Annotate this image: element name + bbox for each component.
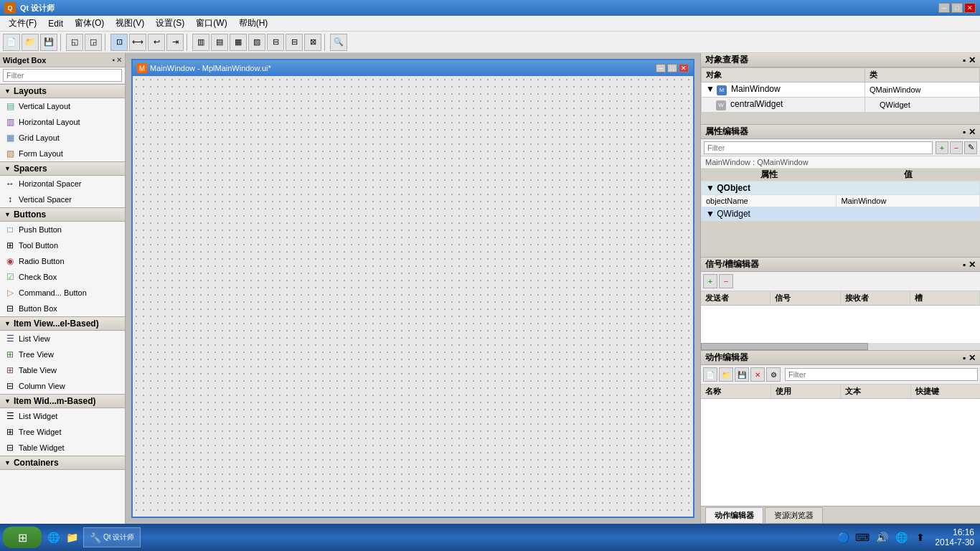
object-inspector-close-btn[interactable]: ✕ <box>969 55 976 65</box>
redo-button[interactable]: ◲ <box>85 34 102 51</box>
action-filter-input[interactable] <box>785 368 978 381</box>
menu-view[interactable]: 视图(V) <box>110 16 150 31</box>
object-inspector-float-btn[interactable]: ▪ <box>963 55 966 65</box>
taskbar-item-qt[interactable]: 🔧 Qt 设计师 <box>83 527 141 547</box>
minimize-button[interactable]: ─ <box>938 3 950 13</box>
designer-canvas[interactable] <box>133 76 693 517</box>
signal-slot-btn[interactable]: ⟷ <box>129 34 146 51</box>
tab-order-btn[interactable]: ⇥ <box>166 34 184 51</box>
menu-window[interactable]: 窗口(W) <box>190 16 232 31</box>
layout-f-btn[interactable]: ▧ <box>248 34 265 51</box>
item-table-widget[interactable]: ⊟ Table Widget <box>0 440 125 456</box>
start-button[interactable]: ⊞ <box>3 527 42 548</box>
item-list-view[interactable]: ☰ List View <box>0 331 125 347</box>
signal-slot-scrollbar[interactable] <box>701 343 980 350</box>
layout-g-btn[interactable]: ▦ <box>230 34 247 51</box>
category-item-view[interactable]: ▼ Item View...el-Based) <box>0 316 125 331</box>
layout-break-btn[interactable]: ⊠ <box>304 34 321 51</box>
ae-delete-btn[interactable]: ✕ <box>750 367 765 382</box>
item-button-box[interactable]: ⊟ Button Box <box>0 301 125 316</box>
obj-row-centralwidget[interactable]: W centralWidget QWidget <box>702 98 980 113</box>
tray-icon-5[interactable]: ⬆ <box>913 530 928 545</box>
taskbar-icon-folder[interactable]: 📁 <box>65 530 79 545</box>
ae-open-btn[interactable]: 📁 <box>719 367 733 382</box>
item-command-button[interactable]: ▷ Command... Button <box>0 285 125 301</box>
close-button[interactable]: ✕ <box>964 3 976 13</box>
tray-icon-1[interactable]: 🔵 <box>836 530 850 545</box>
action-editor-float-btn[interactable]: ▪ <box>963 353 966 363</box>
obj-row-mainwindow[interactable]: ▼ M MainWindow QMainWindow <box>702 83 980 98</box>
maximize-button[interactable]: □ <box>951 3 963 13</box>
property-editor-close-btn[interactable]: ✕ <box>969 127 976 137</box>
menu-file[interactable]: 文件(F) <box>3 16 42 31</box>
widget-filter-input[interactable] <box>3 69 122 82</box>
property-editor-float-btn[interactable]: ▪ <box>963 127 966 137</box>
item-tree-widget[interactable]: ⊞ Tree Widget <box>0 424 125 440</box>
widget-box-close-btn[interactable]: ✕ <box>116 56 122 64</box>
ss-remove-btn[interactable]: − <box>719 274 733 288</box>
designer-minimize-btn[interactable]: ─ <box>656 64 666 72</box>
new-button[interactable]: 📄 <box>3 34 20 51</box>
item-vertical-layout[interactable]: ▤ Vertical Layout <box>0 98 125 114</box>
system-tray: 🔵 ⌨ 🔊 🌐 ⬆ <box>834 530 929 545</box>
menu-edit[interactable]: Edit <box>42 17 69 30</box>
category-buttons[interactable]: ▼ Buttons <box>0 207 125 222</box>
widget-box-header-btns: ▪ ✕ <box>112 56 122 64</box>
category-item-widget[interactable]: ▼ Item Wid...m-Based) <box>0 394 125 408</box>
tray-icon-2[interactable]: ⌨ <box>855 530 870 545</box>
taskbar-icon-browser[interactable]: 🌐 <box>46 530 60 545</box>
ae-new-btn[interactable]: 📄 <box>703 367 717 382</box>
tab-action-editor[interactable]: 动作编辑器 <box>705 507 763 523</box>
layout-v-btn[interactable]: ▤ <box>211 34 228 51</box>
form-layout-icon: ▧ <box>4 148 16 159</box>
save-button[interactable]: 💾 <box>40 34 57 51</box>
buddy-btn[interactable]: ↩ <box>148 34 165 51</box>
undo-button[interactable]: ◱ <box>66 34 83 51</box>
quick-launch: 🌐 📁 <box>44 530 80 545</box>
item-check-box[interactable]: ☑ Check Box <box>0 269 125 285</box>
category-containers[interactable]: ▼ Containers <box>0 456 125 470</box>
menu-settings[interactable]: 设置(S) <box>150 16 190 31</box>
prop-add-btn[interactable]: + <box>936 141 948 154</box>
action-editor-close-btn[interactable]: ✕ <box>969 353 976 363</box>
widget-box-float-btn[interactable]: ▪ <box>112 56 115 64</box>
layout-split-v-btn[interactable]: ⊟ <box>286 34 303 51</box>
item-vertical-spacer[interactable]: ↕ Vertical Spacer <box>0 192 125 207</box>
menu-form[interactable]: 窗体(O) <box>69 16 110 31</box>
prop-objectname-value[interactable]: MainWindow <box>837 195 980 207</box>
widget-editor-btn[interactable]: ⊡ <box>110 34 128 51</box>
tray-icon-3[interactable]: 🔊 <box>875 530 889 545</box>
item-radio-button[interactable]: ◉ Radio Button <box>0 253 125 269</box>
ae-configure-btn[interactable]: ⚙ <box>766 367 781 382</box>
category-spacers[interactable]: ▼ Spacers <box>0 161 125 176</box>
designer-close-btn[interactable]: ✕ <box>679 64 689 72</box>
ae-save-btn[interactable]: 💾 <box>735 367 749 382</box>
signal-slot-float-btn[interactable]: ▪ <box>963 260 966 270</box>
tray-icon-4[interactable]: 🌐 <box>894 530 908 545</box>
item-list-widget[interactable]: ☰ List Widget <box>0 408 125 424</box>
item-push-button[interactable]: □ Push Button <box>0 222 125 237</box>
prop-row-objectname[interactable]: objectName MainWindow <box>702 195 980 207</box>
category-layouts[interactable]: ▼ Layouts <box>0 84 125 98</box>
item-horizontal-layout[interactable]: ▥ Horizontal Layout <box>0 114 125 130</box>
preview-btn[interactable]: 🔍 <box>330 34 347 51</box>
tab-resource-browser[interactable]: 资源浏览器 <box>765 507 823 523</box>
layout-h-btn[interactable]: ▥ <box>192 34 209 51</box>
designer-restore-btn[interactable]: □ <box>667 64 677 72</box>
item-tool-button[interactable]: ⊞ Tool Button <box>0 237 125 253</box>
item-table-view[interactable]: ⊞ Table View <box>0 362 125 378</box>
layout-split-h-btn[interactable]: ⊟ <box>267 34 284 51</box>
signal-slot-scrollbar-thumb[interactable] <box>701 343 868 350</box>
item-column-view[interactable]: ⊟ Column View <box>0 378 125 394</box>
prop-remove-btn[interactable]: − <box>950 141 963 154</box>
item-form-layout[interactable]: ▧ Form Layout <box>0 146 125 161</box>
item-tree-view[interactable]: ⊞ Tree View <box>0 347 125 362</box>
open-button[interactable]: 📁 <box>22 34 39 51</box>
property-filter-input[interactable] <box>704 141 933 154</box>
item-horizontal-spacer[interactable]: ↔ Horizontal Spacer <box>0 176 125 192</box>
signal-slot-close-btn[interactable]: ✕ <box>969 260 976 270</box>
menu-help[interactable]: 帮助(H) <box>233 16 274 31</box>
ss-add-btn[interactable]: + <box>703 274 717 288</box>
item-grid-layout[interactable]: ▦ Grid Layout <box>0 130 125 146</box>
prop-configure-btn[interactable]: ✎ <box>964 141 977 154</box>
